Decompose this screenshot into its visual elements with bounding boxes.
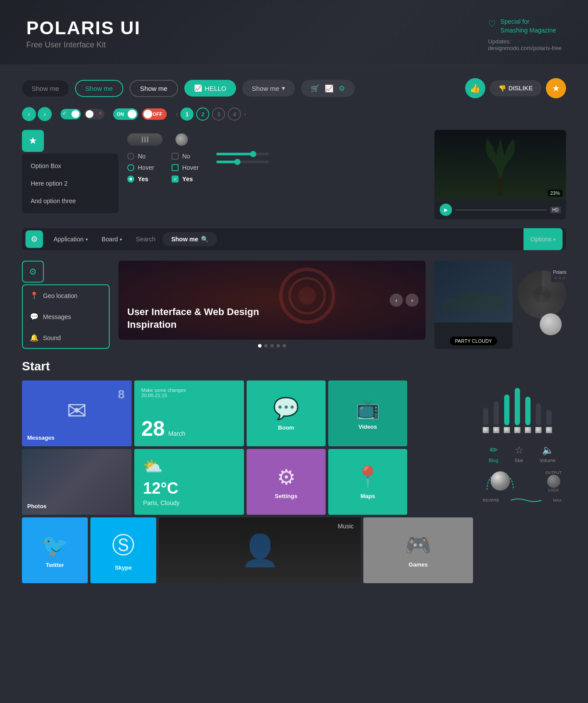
page-2-button[interactable]: 2 <box>196 108 209 121</box>
progress-bar[interactable] <box>455 209 547 211</box>
tile-skype[interactable]: Ⓢ Skype <box>90 517 156 583</box>
tile-messages[interactable]: ✉ 8 Messages <box>22 380 132 446</box>
chevron-down-icon: ▾ <box>282 84 285 92</box>
show-me-dark-button[interactable]: Show me <box>22 80 69 97</box>
eq-knob-7[interactable] <box>546 427 552 433</box>
toggle-off-button[interactable]: OFF <box>142 108 167 120</box>
page-prev-button[interactable]: ‹ <box>176 110 178 118</box>
eq-knob-5[interactable] <box>525 427 531 433</box>
dot-5[interactable] <box>283 344 286 348</box>
toggle-x-button[interactable] <box>84 109 104 119</box>
volume-knob[interactable] <box>540 313 562 335</box>
max-label: MAX <box>553 498 562 502</box>
output-knob[interactable] <box>491 471 510 491</box>
h-slider-2[interactable] <box>216 161 269 163</box>
video-bg <box>434 130 566 200</box>
carousel-next-button[interactable]: › <box>405 294 419 307</box>
tile-twitter[interactable]: 🐦 Twitter <box>22 517 88 583</box>
radio-no: No <box>127 153 154 160</box>
carousel-content: User Interface & Web DesignInspiration <box>127 306 259 331</box>
eq-bar-6 <box>536 403 541 425</box>
tile-games[interactable]: 🎮 Games <box>363 517 473 583</box>
radio-no-button[interactable] <box>127 153 134 160</box>
dropdown-item-2[interactable]: Here option 2 <box>22 175 118 192</box>
h-slider-1[interactable] <box>216 153 269 155</box>
radio-checkbox-section: No Hover Yes No <box>127 153 426 183</box>
tile-photos[interactable]: Photos <box>22 449 132 515</box>
eq-knob-4[interactable] <box>514 427 520 433</box>
navbar-showme-button[interactable]: Show me 🔍 <box>162 232 217 246</box>
star-favorite-button[interactable]: ★ <box>546 78 566 98</box>
dot-4[interactable] <box>276 344 280 348</box>
boom-label: Boom <box>278 424 294 431</box>
radio-hover-button[interactable] <box>127 164 134 171</box>
tile-maps[interactable]: 📍 Maps <box>328 449 407 515</box>
like-button[interactable]: 👍 <box>465 78 485 98</box>
maps-label: Maps <box>360 493 375 499</box>
dropdown-item-1[interactable]: Option Box <box>22 157 118 175</box>
eq-bar-1 <box>483 408 488 425</box>
video-section: 23% ▶ HD <box>434 130 566 219</box>
show-me-white-button[interactable]: Show me <box>129 80 178 97</box>
page-next-button[interactable]: › <box>244 110 246 118</box>
tile-settings[interactable]: ⚙ Settings <box>247 449 326 515</box>
show-me-select-button[interactable]: Show me ▾ <box>242 80 295 97</box>
page-1-button[interactable]: 1 <box>180 108 194 121</box>
video-percentage: 23% <box>548 190 563 197</box>
navbar-search[interactable]: Search <box>129 228 162 250</box>
prev-arrow-button[interactable]: ‹ <box>22 107 36 121</box>
toggle-check-button[interactable] <box>61 109 81 119</box>
navbar-options[interactable]: Options ▾ <box>523 228 563 250</box>
dropdown-item-3[interactable]: And option three <box>22 192 118 210</box>
tile-boom[interactable]: 💬 Boom <box>247 380 326 446</box>
hello-button[interactable]: 📈 HELLO <box>184 80 236 97</box>
show-me-teal-button[interactable]: Show me <box>75 80 124 97</box>
tile-videos[interactable]: 📺 Videos <box>328 380 407 446</box>
page-3-button[interactable]: 3 <box>212 108 225 121</box>
video-controls: ▶ HD <box>434 200 566 219</box>
eq-knob-6[interactable] <box>535 427 541 433</box>
sidebar-item-sound[interactable]: 🔔 Sound <box>23 327 109 348</box>
slider-dot[interactable] <box>176 133 188 146</box>
dot-2[interactable] <box>264 344 268 348</box>
sidebar-item-messages[interactable]: 💬 Messages <box>23 306 109 327</box>
chevron-icon: ▾ <box>86 237 88 242</box>
tile-weather[interactable]: ⛅ 12°C Paris, Cloudy <box>134 449 244 515</box>
eq-knob-3[interactable] <box>504 427 510 433</box>
eq-knob-2[interactable] <box>493 427 499 433</box>
sidebar-panel: ⚙ 📍 Geo location 💬 Messages 🔔 Sound <box>22 261 110 349</box>
dot-3[interactable] <box>270 344 274 348</box>
icon-volume[interactable]: 🔈 Volume <box>540 445 556 463</box>
tile-music[interactable]: 👤 Music <box>159 517 361 583</box>
sidebar-item-geolocation[interactable]: 📍 Geo location <box>23 285 109 306</box>
sidebar-gear-button[interactable]: ⚙ <box>22 261 44 283</box>
messages-label: Messages <box>27 434 54 441</box>
dot-1[interactable] <box>258 344 262 348</box>
carousel-prev-button[interactable]: ‹ <box>390 294 403 307</box>
eq-knob-1[interactable] <box>483 427 489 433</box>
weather-temp: 12°C <box>143 479 178 498</box>
dislike-button[interactable]: 👎 DISLIKE <box>490 80 541 96</box>
checkbox-no-button[interactable] <box>172 153 179 160</box>
icon-star[interactable]: ☆ Star <box>515 445 523 463</box>
checkbox-hover-button[interactable] <box>172 164 179 171</box>
messages-count: 8 <box>118 387 125 402</box>
eq-bar-group-5 <box>525 397 531 433</box>
icon-group-button[interactable]: 🛒 📈 ⚙ <box>301 80 355 97</box>
dropdown-star-button[interactable]: ★ <box>22 130 44 152</box>
page-4-button[interactable]: 4 <box>228 108 241 121</box>
lock-knob[interactable] <box>547 475 560 488</box>
volume-icon: 🔈 <box>542 445 554 456</box>
play-button[interactable]: ▶ <box>440 204 452 216</box>
navbar-application[interactable]: Application ▾ <box>47 228 95 250</box>
navbar-gear-button[interactable]: ⚙ <box>25 230 43 248</box>
icon-blog[interactable]: ✏ Blog <box>489 445 498 463</box>
slider-handle[interactable] <box>127 133 162 146</box>
toggle-on-button[interactable]: ON <box>113 108 138 120</box>
radio-yes-button[interactable] <box>127 176 134 183</box>
tile-calendar[interactable]: Make some changes20:00-21:15 28 March <box>134 380 244 446</box>
calendar-month: March <box>168 430 185 437</box>
checkbox-yes-button[interactable]: ✓ <box>172 176 179 183</box>
next-arrow-button[interactable]: › <box>38 107 52 121</box>
navbar-board[interactable]: Board ▾ <box>95 228 129 250</box>
